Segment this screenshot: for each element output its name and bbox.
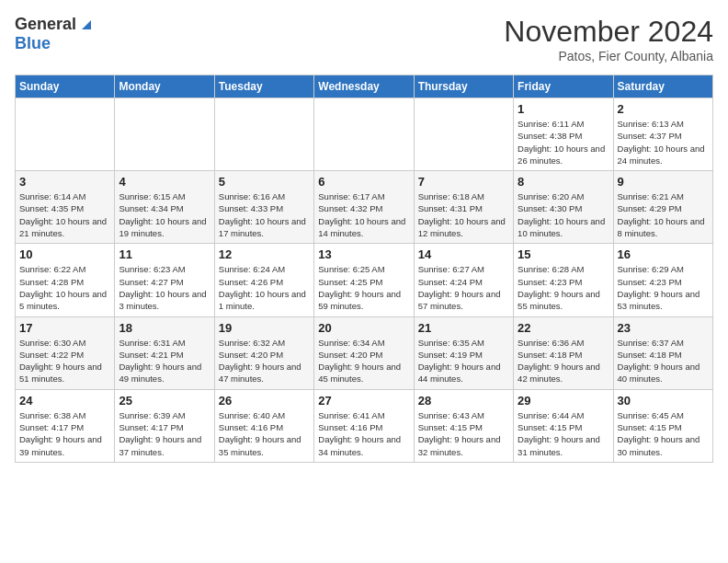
- day-number: 27: [318, 394, 409, 408]
- day-cell: 10Sunrise: 6:22 AM Sunset: 4:28 PM Dayli…: [16, 244, 115, 316]
- day-cell: 7Sunrise: 6:18 AM Sunset: 4:31 PM Daylig…: [414, 171, 513, 244]
- day-cell: 5Sunrise: 6:16 AM Sunset: 4:33 PM Daylig…: [214, 171, 313, 244]
- calendar-header-row: SundayMondayTuesdayWednesdayThursdayFrid…: [16, 75, 713, 98]
- day-cell: 26Sunrise: 6:40 AM Sunset: 4:16 PM Dayli…: [214, 389, 313, 462]
- day-info: Sunrise: 6:16 AM Sunset: 4:33 PM Dayligh…: [219, 190, 310, 239]
- header-wednesday: Wednesday: [314, 75, 414, 98]
- day-info: Sunrise: 6:40 AM Sunset: 4:16 PM Dayligh…: [219, 409, 310, 458]
- day-info: Sunrise: 6:23 AM Sunset: 4:27 PM Dayligh…: [119, 263, 210, 312]
- day-cell: 16Sunrise: 6:29 AM Sunset: 4:23 PM Dayli…: [613, 244, 712, 316]
- week-row-1: 3Sunrise: 6:14 AM Sunset: 4:35 PM Daylig…: [16, 171, 713, 244]
- day-number: 14: [418, 247, 509, 261]
- day-number: 4: [119, 175, 210, 189]
- day-number: 8: [518, 175, 609, 189]
- week-row-4: 24Sunrise: 6:38 AM Sunset: 4:17 PM Dayli…: [16, 389, 713, 462]
- day-number: 15: [518, 247, 609, 261]
- day-number: 2: [618, 102, 709, 116]
- day-cell: 29Sunrise: 6:44 AM Sunset: 4:15 PM Dayli…: [514, 389, 613, 462]
- day-info: Sunrise: 6:11 AM Sunset: 4:38 PM Dayligh…: [518, 118, 609, 167]
- day-number: 7: [418, 175, 509, 189]
- day-number: 19: [219, 321, 310, 335]
- day-cell: 2Sunrise: 6:13 AM Sunset: 4:37 PM Daylig…: [613, 98, 712, 171]
- day-cell: 21Sunrise: 6:35 AM Sunset: 4:19 PM Dayli…: [414, 316, 513, 389]
- day-info: Sunrise: 6:24 AM Sunset: 4:26 PM Dayligh…: [219, 263, 310, 312]
- day-cell: 4Sunrise: 6:15 AM Sunset: 4:34 PM Daylig…: [115, 171, 214, 244]
- month-title: November 2024: [504, 15, 713, 49]
- day-number: 22: [518, 321, 609, 335]
- day-number: 24: [19, 394, 110, 408]
- day-info: Sunrise: 6:29 AM Sunset: 4:23 PM Dayligh…: [618, 263, 709, 312]
- day-number: 11: [119, 247, 210, 261]
- day-number: 25: [119, 394, 210, 408]
- day-cell: 8Sunrise: 6:20 AM Sunset: 4:30 PM Daylig…: [514, 171, 613, 244]
- day-info: Sunrise: 6:36 AM Sunset: 4:18 PM Dayligh…: [518, 337, 609, 385]
- day-cell: 20Sunrise: 6:34 AM Sunset: 4:20 PM Dayli…: [314, 316, 414, 389]
- header-saturday: Saturday: [613, 75, 712, 98]
- day-number: 16: [618, 247, 709, 261]
- day-number: 1: [518, 102, 609, 116]
- day-info: Sunrise: 6:21 AM Sunset: 4:29 PM Dayligh…: [618, 190, 709, 239]
- day-cell: 1Sunrise: 6:11 AM Sunset: 4:38 PM Daylig…: [514, 98, 613, 171]
- day-info: Sunrise: 6:44 AM Sunset: 4:15 PM Dayligh…: [518, 409, 609, 458]
- day-info: Sunrise: 6:28 AM Sunset: 4:23 PM Dayligh…: [518, 263, 609, 312]
- day-cell: 30Sunrise: 6:45 AM Sunset: 4:15 PM Dayli…: [613, 389, 712, 462]
- day-cell: 24Sunrise: 6:38 AM Sunset: 4:17 PM Dayli…: [16, 389, 115, 462]
- day-info: Sunrise: 6:15 AM Sunset: 4:34 PM Dayligh…: [119, 190, 210, 239]
- logo-general-text: General: [15, 15, 76, 34]
- day-cell: [214, 98, 313, 171]
- day-number: 18: [119, 321, 210, 335]
- day-number: 12: [219, 247, 310, 261]
- day-cell: 3Sunrise: 6:14 AM Sunset: 4:35 PM Daylig…: [16, 171, 115, 244]
- day-number: 3: [19, 175, 110, 189]
- day-cell: 9Sunrise: 6:21 AM Sunset: 4:29 PM Daylig…: [613, 171, 712, 244]
- day-info: Sunrise: 6:45 AM Sunset: 4:15 PM Dayligh…: [618, 409, 709, 458]
- day-info: Sunrise: 6:38 AM Sunset: 4:17 PM Dayligh…: [19, 409, 110, 458]
- day-info: Sunrise: 6:20 AM Sunset: 4:30 PM Dayligh…: [518, 190, 609, 239]
- day-cell: 27Sunrise: 6:41 AM Sunset: 4:16 PM Dayli…: [314, 389, 414, 462]
- day-cell: 15Sunrise: 6:28 AM Sunset: 4:23 PM Dayli…: [514, 244, 613, 316]
- day-number: 29: [518, 394, 609, 408]
- day-info: Sunrise: 6:30 AM Sunset: 4:22 PM Dayligh…: [19, 337, 110, 385]
- day-number: 6: [318, 175, 409, 189]
- day-number: 26: [219, 394, 310, 408]
- header-thursday: Thursday: [414, 75, 513, 98]
- day-cell: 13Sunrise: 6:25 AM Sunset: 4:25 PM Dayli…: [314, 244, 414, 316]
- day-cell: 11Sunrise: 6:23 AM Sunset: 4:27 PM Dayli…: [115, 244, 214, 316]
- day-number: 5: [219, 175, 310, 189]
- day-info: Sunrise: 6:43 AM Sunset: 4:15 PM Dayligh…: [418, 409, 509, 458]
- day-info: Sunrise: 6:17 AM Sunset: 4:32 PM Dayligh…: [318, 190, 409, 239]
- day-info: Sunrise: 6:13 AM Sunset: 4:37 PM Dayligh…: [618, 118, 709, 167]
- day-number: 30: [618, 394, 709, 408]
- day-info: Sunrise: 6:37 AM Sunset: 4:18 PM Dayligh…: [618, 337, 709, 385]
- day-info: Sunrise: 6:25 AM Sunset: 4:25 PM Dayligh…: [318, 263, 409, 312]
- day-info: Sunrise: 6:32 AM Sunset: 4:20 PM Dayligh…: [219, 337, 310, 385]
- day-number: 21: [418, 321, 509, 335]
- svg-marker-0: [82, 20, 91, 29]
- title-area: November 2024 Patos, Fier County, Albani…: [504, 15, 713, 63]
- header: General Blue November 2024 Patos, Fier C…: [15, 15, 713, 63]
- day-cell: 28Sunrise: 6:43 AM Sunset: 4:15 PM Dayli…: [414, 389, 513, 462]
- day-cell: [115, 98, 214, 171]
- day-info: Sunrise: 6:35 AM Sunset: 4:19 PM Dayligh…: [418, 337, 509, 385]
- day-number: 28: [418, 394, 509, 408]
- day-cell: [414, 98, 513, 171]
- header-tuesday: Tuesday: [214, 75, 313, 98]
- day-number: 13: [318, 247, 409, 261]
- header-sunday: Sunday: [16, 75, 115, 98]
- logo-icon: [78, 17, 95, 33]
- day-info: Sunrise: 6:22 AM Sunset: 4:28 PM Dayligh…: [19, 263, 110, 312]
- day-info: Sunrise: 6:14 AM Sunset: 4:35 PM Dayligh…: [19, 190, 110, 239]
- day-cell: 23Sunrise: 6:37 AM Sunset: 4:18 PM Dayli…: [613, 316, 712, 389]
- day-number: 20: [318, 321, 409, 335]
- day-number: 23: [618, 321, 709, 335]
- day-info: Sunrise: 6:18 AM Sunset: 4:31 PM Dayligh…: [418, 190, 509, 239]
- day-info: Sunrise: 6:31 AM Sunset: 4:21 PM Dayligh…: [119, 337, 210, 385]
- calendar: SundayMondayTuesdayWednesdayThursdayFrid…: [15, 75, 713, 463]
- week-row-3: 17Sunrise: 6:30 AM Sunset: 4:22 PM Dayli…: [16, 316, 713, 389]
- header-friday: Friday: [514, 75, 613, 98]
- day-number: 10: [19, 247, 110, 261]
- day-info: Sunrise: 6:34 AM Sunset: 4:20 PM Dayligh…: [318, 337, 409, 385]
- location-title: Patos, Fier County, Albania: [504, 49, 713, 63]
- day-cell: 17Sunrise: 6:30 AM Sunset: 4:22 PM Dayli…: [16, 316, 115, 389]
- week-row-0: 1Sunrise: 6:11 AM Sunset: 4:38 PM Daylig…: [16, 98, 713, 171]
